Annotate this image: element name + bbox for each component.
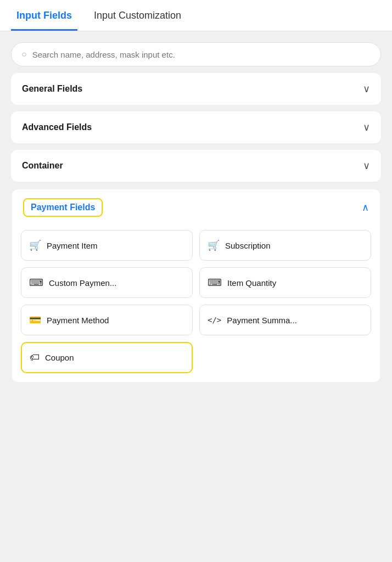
field-item-payment-item[interactable]: 🛒 Payment Item (21, 230, 193, 261)
search-input[interactable] (32, 50, 371, 59)
chevron-down-icon: ∨ (363, 160, 370, 172)
field-item-coupon[interactable]: 🏷 Coupon (21, 342, 193, 373)
field-item-label: Payment Summa... (227, 316, 297, 325)
code-icon: </> (208, 316, 221, 324)
keyboard-icon: ⌨ (208, 277, 222, 289)
field-item-payment-method[interactable]: 💳 Payment Method (21, 305, 193, 335)
keyboard-icon: ⌨ (29, 277, 43, 289)
field-item-label: Coupon (45, 353, 74, 362)
main-content: ○ General Fields ∨ Advanced Fields ∨ Con… (0, 31, 392, 394)
credit-card-icon: 💳 (29, 314, 41, 326)
field-item-payment-summary[interactable]: </> Payment Summa... (199, 305, 371, 335)
chevron-down-icon: ∨ (363, 121, 370, 133)
tab-input-fields[interactable]: Input Fields (11, 0, 77, 31)
field-item-label: Payment Method (47, 316, 109, 325)
accordion-general-fields-title: General Fields (22, 84, 82, 94)
accordion-container-title: Container (22, 161, 63, 171)
accordion-general-fields: General Fields ∨ (11, 73, 381, 105)
search-icon: ○ (21, 49, 27, 59)
accordion-payment-fields-header[interactable]: Payment Fields ∧ (12, 189, 380, 226)
accordion-advanced-fields-header[interactable]: Advanced Fields ∨ (11, 111, 381, 143)
accordion-advanced-fields: Advanced Fields ∨ (11, 111, 381, 143)
field-item-label: Custom Paymen... (49, 278, 116, 288)
app-container: Input Fields Input Customization ○ Gener… (0, 0, 392, 562)
chevron-down-icon: ∨ (363, 83, 370, 95)
accordion-general-fields-header[interactable]: General Fields ∨ (11, 73, 381, 105)
accordion-container-header[interactable]: Container ∨ (11, 150, 381, 182)
cart-icon: 🛒 (29, 239, 41, 251)
field-item-custom-payment[interactable]: ⌨ Custom Paymen... (21, 267, 193, 298)
payment-fields-title-wrapper: Payment Fields (23, 198, 103, 217)
field-item-label: Item Quantity (227, 278, 276, 288)
field-item-item-quantity[interactable]: ⌨ Item Quantity (199, 267, 371, 298)
payment-fields-grid: 🛒 Payment Item 🛒 Subscription ⌨ Custom P… (12, 226, 380, 382)
accordion-payment-fields: Payment Fields ∧ 🛒 Payment Item 🛒 Subscr… (11, 188, 381, 383)
tabs-bar: Input Fields Input Customization (0, 0, 392, 31)
accordion-advanced-fields-title: Advanced Fields (22, 122, 92, 132)
accordion-container: Container ∨ (11, 150, 381, 182)
field-item-subscription[interactable]: 🛒 Subscription (199, 230, 371, 261)
search-bar[interactable]: ○ (11, 42, 381, 66)
chevron-up-icon: ∧ (362, 201, 369, 213)
field-item-label: Subscription (225, 241, 271, 250)
coupon-icon: 🏷 (30, 352, 40, 363)
cart-icon: 🛒 (208, 239, 220, 251)
tab-input-customization[interactable]: Input Customization (88, 0, 187, 31)
field-item-label: Payment Item (47, 241, 98, 250)
payment-fields-title: Payment Fields (31, 203, 95, 212)
